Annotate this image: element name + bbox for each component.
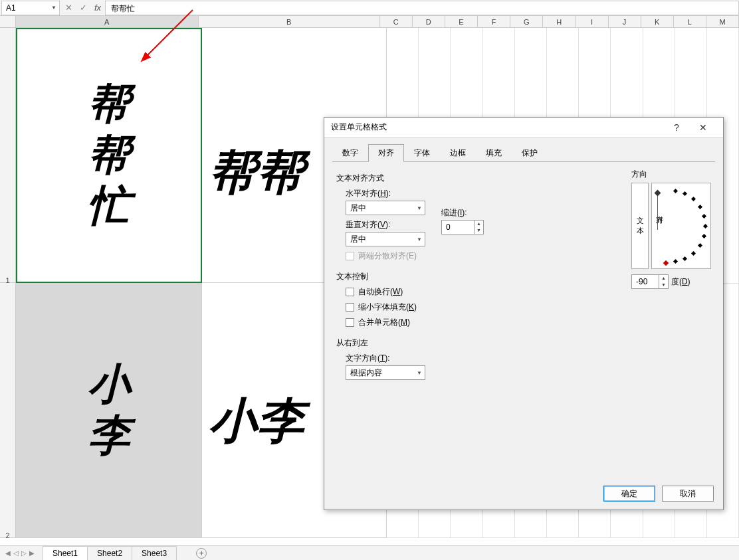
dialog-body: 文本对齐方式 水平对齐(H): 居中 ▼ 缩进(I): ▲▼ 垂直对齐(V): …	[324, 162, 723, 488]
col-header-B[interactable]: B	[199, 16, 380, 27]
orientation-panel: 方向 文本 对齐	[631, 169, 711, 289]
tab-font[interactable]: 字体	[404, 144, 440, 162]
chevron-down-icon: ▼	[417, 370, 422, 376]
cancel-formula-button[interactable]: ✕	[61, 3, 76, 13]
tab-number[interactable]: 数字	[332, 144, 368, 162]
merge-cells-checkbox[interactable]: 合并单元格(M)	[346, 317, 711, 328]
vertical-align-select[interactable]: 居中 ▼	[346, 232, 425, 246]
degrees-label: 度(D)	[671, 276, 690, 288]
col-header-G[interactable]: G	[510, 16, 543, 27]
section-rtl: 从右到左	[336, 337, 711, 349]
name-box-value: A1	[6, 3, 16, 13]
dial-needle	[657, 193, 658, 230]
column-headers: A B C D E F G H I J K L M	[0, 16, 739, 28]
dial-needle-dot	[655, 190, 661, 197]
degrees-input[interactable]	[632, 275, 659, 288]
tab-alignment[interactable]: 对齐	[368, 144, 404, 162]
confirm-formula-button[interactable]: ✓	[76, 3, 90, 13]
tab-protection[interactable]: 保护	[512, 144, 548, 162]
col-header-F[interactable]: F	[478, 16, 510, 27]
sheet-tab-1[interactable]: Sheet1	[43, 546, 88, 561]
col-header-J[interactable]: J	[609, 16, 641, 27]
col-header-D[interactable]: D	[413, 16, 445, 27]
cell-A2[interactable]: 小 李	[16, 283, 202, 538]
sheet-tab-3[interactable]: Sheet3	[132, 546, 177, 560]
cell-A1[interactable]: 帮 帮 忙	[16, 28, 202, 283]
col-header-C[interactable]: C	[380, 16, 413, 27]
indent-input[interactable]	[442, 221, 474, 234]
col-header-K[interactable]: K	[641, 16, 674, 27]
select-all-corner[interactable]	[0, 16, 16, 27]
orientation-dial[interactable]: 对齐	[651, 183, 711, 269]
tab-border[interactable]: 边框	[440, 144, 476, 162]
col-header-A[interactable]: A	[16, 16, 199, 27]
label-indent: 缩进(I):	[441, 207, 484, 219]
col-header-L[interactable]: L	[674, 16, 706, 27]
cell-A1-text: 帮 帮 忙	[17, 29, 201, 282]
horizontal-align-select[interactable]: 居中 ▼	[346, 201, 425, 215]
spin-down-icon: ▼	[475, 227, 483, 234]
col-header-E[interactable]: E	[445, 16, 478, 27]
help-button[interactable]: ?	[663, 122, 690, 133]
dialog-titlebar: 设置单元格格式 ? ✕	[324, 118, 723, 138]
sheet-tabs-bar: ◀ ◁ ▷ ▶ Sheet1 Sheet2 Sheet3 +	[0, 545, 739, 560]
close-button[interactable]: ✕	[690, 122, 716, 133]
sheet-nav[interactable]: ◀ ◁ ▷ ▶	[5, 549, 43, 557]
chevron-down-icon: ▼	[417, 236, 422, 242]
sheet-tab-2[interactable]: Sheet2	[87, 546, 132, 560]
ok-button[interactable]: 确定	[603, 486, 655, 502]
fx-button[interactable]: fx	[90, 3, 105, 13]
col-header-H[interactable]: H	[543, 16, 576, 27]
formula-input[interactable]: 帮帮忙	[105, 1, 739, 15]
dialog-tabs: 数字 对齐 字体 边框 填充 保护	[324, 138, 723, 162]
spin-down-icon: ▼	[659, 282, 668, 288]
col-header-M[interactable]: M	[706, 16, 739, 27]
degrees-spinner[interactable]: ▲▼	[631, 274, 669, 289]
add-sheet-button[interactable]: +	[196, 548, 207, 559]
row-header-2[interactable]: 2	[0, 283, 16, 538]
dial-selected-point	[663, 260, 669, 266]
cell-A2-text: 小 李	[16, 283, 201, 537]
label-text-direction: 文字方向(T):	[346, 353, 711, 364]
orientation-title: 方向	[631, 169, 711, 180]
chevron-down-icon: ▼	[51, 5, 56, 11]
indent-spinner[interactable]: ▲▼	[441, 220, 484, 234]
spin-up-icon: ▲	[475, 221, 483, 227]
dialog-footer: 确定 取消	[603, 486, 714, 502]
dialog-title: 设置单元格格式	[331, 122, 663, 133]
cancel-button[interactable]: 取消	[662, 486, 714, 502]
row-header-1[interactable]: 1	[0, 28, 16, 283]
chevron-down-icon: ▼	[417, 205, 422, 211]
formula-bar: A1 ▼ ✕ ✓ fx 帮帮忙	[0, 0, 739, 16]
col-header-I[interactable]: I	[576, 16, 608, 27]
format-cells-dialog: 设置单元格格式 ? ✕ 数字 对齐 字体 边框 填充 保护 文本对齐方式 水平对…	[324, 117, 724, 510]
orientation-vertical-button[interactable]: 文本	[631, 183, 649, 269]
shrink-to-fit-checkbox[interactable]: 缩小字体填充(K)	[346, 302, 711, 313]
name-box[interactable]: A1 ▼	[1, 1, 60, 15]
spin-up-icon: ▲	[659, 275, 668, 282]
tab-fill[interactable]: 填充	[476, 144, 512, 162]
text-direction-select[interactable]: 根据内容 ▼	[346, 365, 425, 380]
